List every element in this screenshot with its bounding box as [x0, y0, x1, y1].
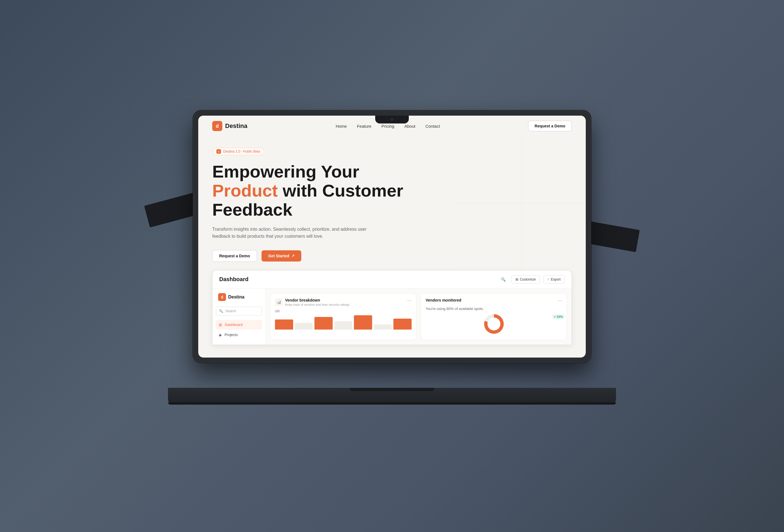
nav-link-pricing[interactable]: Pricing	[381, 124, 394, 129]
bar-2	[295, 323, 313, 330]
vendor-card-text: Vendor breakdown Keep track of vendors a…	[285, 298, 350, 306]
nav-links: Home Feature Pricing About Contact	[336, 124, 440, 129]
sidebar-item-dashboard[interactable]: ⊞ Dashboard	[216, 320, 262, 330]
beta-badge-icon: d	[217, 149, 221, 154]
dashboard-body: d Destina 🔍 Search ⊞ Dashboard	[213, 289, 571, 345]
sidebar-search-placeholder: Search	[225, 309, 236, 313]
projects-icon: ◈	[219, 333, 222, 337]
vendor-card-title-row: 📊 Vendor breakdown Keep track of vendors…	[275, 298, 350, 306]
dashboard-header: Dashboard 🔍 ⊞ Customize ↑ Export	[213, 271, 571, 289]
donut-chart-container: + 10%	[426, 314, 562, 334]
nav-link-about[interactable]: About	[404, 124, 415, 129]
bar-chart	[275, 313, 412, 330]
vendor-card-subtitle: Keep track of vendors and their security…	[285, 303, 350, 306]
bar-5	[354, 315, 372, 330]
vendors-card-text: Vendors monitored	[426, 298, 461, 302]
export-icon: ↑	[548, 278, 549, 281]
bar-7	[393, 319, 412, 330]
laptop-device: d Destina Home Feature Pricing About Con…	[168, 111, 616, 404]
grid-cell-2	[522, 136, 586, 203]
laptop-base	[168, 388, 616, 404]
dashboard-actions: 🔍 ⊞ Customize ↑ Export	[499, 275, 565, 284]
donut-chart	[484, 314, 504, 334]
grid-cell-1	[457, 136, 521, 203]
hero-title: Empowering Your Product with Customer Fe…	[212, 162, 408, 220]
laptop-lid: d Destina Home Feature Pricing About Con…	[193, 111, 591, 363]
nav-link-feature[interactable]: Feature	[357, 124, 371, 129]
search-icon-btn[interactable]: 🔍	[499, 275, 508, 284]
logo-icon: d	[212, 121, 222, 131]
vendor-card-icon: 📊	[275, 298, 283, 306]
dashboard-preview: Dashboard 🔍 ⊞ Customize ↑ Export	[212, 270, 572, 345]
vendors-monitored-card: Vendors monitored ⋯ You're using 80% of …	[421, 293, 567, 340]
export-button[interactable]: ↑ Export	[543, 275, 565, 284]
dashboard-title: Dashboard	[219, 276, 248, 282]
beta-badge: d Destina 1.0 - Public Beta	[212, 147, 264, 156]
beta-badge-text: Destina 1.0 - Public Beta	[223, 149, 260, 153]
sidebar-search-icon: 🔍	[219, 309, 223, 313]
laptop-bezel: d Destina Home Feature Pricing About Con…	[198, 116, 586, 358]
get-started-label: Get Started	[268, 254, 289, 258]
export-label: Export	[551, 278, 561, 281]
hero-request-demo-button[interactable]: Request a Demo	[212, 250, 257, 262]
sidebar-item-projects-label: Projects	[225, 333, 238, 337]
customize-icon: ⊞	[515, 278, 518, 281]
customize-button[interactable]: ⊞ Customize	[511, 275, 540, 284]
hero-grid-bg	[457, 136, 586, 270]
vendors-card-menu[interactable]: ⋯	[558, 298, 562, 303]
external-link-icon: ↗	[291, 254, 295, 258]
sidebar-logo-text: Destina	[228, 295, 245, 300]
vendors-card-title: Vendors monitored	[426, 298, 461, 302]
chart-value-label: 100	[275, 310, 412, 313]
customize-label: Customize	[520, 278, 536, 281]
sidebar-logo: d Destina	[216, 293, 262, 301]
logo-text: Destina	[225, 122, 247, 130]
bar-6	[374, 325, 392, 330]
growth-badge: + 10%	[552, 314, 565, 319]
vendors-card-header: Vendors monitored ⋯	[426, 298, 562, 303]
nav-link-home[interactable]: Home	[336, 124, 347, 129]
hero-get-started-button[interactable]: Get Started ↗	[261, 250, 301, 261]
screen-content: d Destina Home Feature Pricing About Con…	[198, 116, 586, 358]
vendor-breakdown-card: 📊 Vendor breakdown Keep track of vendors…	[270, 293, 416, 340]
camera-notch	[375, 116, 409, 123]
bar-3	[314, 317, 333, 330]
dashboard-main: 📊 Vendor breakdown Keep track of vendors…	[266, 289, 571, 345]
vendors-card-subtitle: You're using 80% of available spots.	[426, 307, 562, 311]
nav-link-contact[interactable]: Contact	[425, 124, 440, 129]
sidebar-item-dashboard-label: Dashboard	[225, 323, 243, 327]
grid-cell-3	[457, 203, 521, 270]
dashboard-icon: ⊞	[219, 323, 222, 327]
dashboard-sidebar: d Destina 🔍 Search ⊞ Dashboard	[213, 289, 266, 345]
vendor-card-title: Vendor breakdown	[285, 298, 350, 302]
donut-inner	[487, 317, 500, 330]
hero-subtitle: Transform insights into action. Seamless…	[212, 226, 375, 240]
grid-cell-4	[522, 203, 586, 270]
hero-title-part1: Empowering Your	[212, 162, 359, 181]
sidebar-item-projects[interactable]: ◈ Projects	[216, 330, 262, 340]
camera-dot	[391, 118, 393, 121]
bar-1	[275, 319, 293, 330]
bar-4	[334, 321, 353, 330]
hero-section: d Destina 1.0 - Public Beta Empowering Y…	[198, 136, 586, 270]
nav-brand: d Destina	[212, 121, 247, 131]
sidebar-search[interactable]: 🔍 Search	[216, 307, 262, 315]
vendor-card-menu[interactable]: ⋯	[407, 298, 412, 303]
sidebar-logo-icon: d	[218, 293, 226, 301]
vendor-card-header: 📊 Vendor breakdown Keep track of vendors…	[275, 298, 412, 306]
hero-title-accent: Product	[212, 181, 278, 200]
nav-cta-button[interactable]: Request a Demo	[528, 121, 572, 131]
